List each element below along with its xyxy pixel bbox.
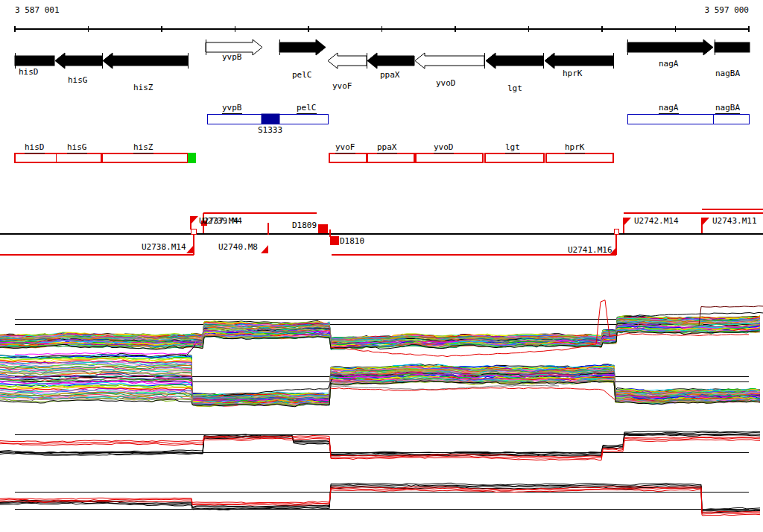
gene-arrow-pelC[interactable] (279, 39, 326, 55)
genome-browser-view: 3 587 0013 597 000hisDhisGhisZyvpBpelCyv… (0, 0, 763, 532)
segment-divider (56, 153, 57, 162)
segment-box[interactable] (485, 153, 544, 162)
segment-box[interactable] (416, 153, 483, 162)
expression-profile-1-outlier-series (624, 312, 763, 317)
marker-flag-up[interactable] (191, 216, 198, 224)
ratio-profile-2-series (0, 490, 760, 516)
gene-arrow-yvoD[interactable] (415, 53, 484, 69)
marker-box[interactable] (191, 229, 196, 234)
marker-box[interactable] (201, 221, 206, 225)
marker-flag-up[interactable] (624, 218, 631, 226)
gene-arrow-nagA[interactable] (627, 39, 713, 55)
marker-flag-up[interactable] (702, 218, 709, 226)
gene-arrow-lgt[interactable] (486, 53, 543, 69)
marker-flag-down[interactable] (186, 245, 194, 253)
expression-profile-2-outlier-series (330, 388, 615, 401)
marker-box[interactable] (330, 236, 338, 244)
gene-arrow-hisD[interactable] (15, 56, 54, 66)
segment-green-box[interactable] (188, 153, 196, 163)
marker-box[interactable] (614, 229, 618, 234)
main-canvas (0, 0, 763, 532)
gene-arrow-hprK[interactable] (545, 53, 613, 69)
gene-arrow-nagBA[interactable] (715, 42, 750, 52)
gene-arrow-ppaX[interactable] (367, 53, 414, 69)
gene-arrow-yvoF[interactable] (328, 53, 367, 69)
marker-box[interactable] (318, 224, 327, 232)
marker-flag-down[interactable] (261, 245, 268, 253)
probe-s1333-box[interactable] (262, 114, 279, 124)
marker-flag-down[interactable] (609, 247, 616, 256)
segment-box[interactable] (546, 153, 613, 162)
gene-arrow-hisG[interactable] (55, 53, 102, 69)
gene-arrow-yvpB[interactable] (206, 39, 262, 55)
segment-box[interactable] (329, 153, 367, 162)
ratio-profile-2-series (0, 484, 760, 511)
segment-divider (101, 153, 103, 162)
gene-arrow-hisZ[interactable] (103, 53, 188, 69)
probe-region-box[interactable] (627, 114, 749, 124)
segment-box[interactable] (367, 153, 414, 162)
